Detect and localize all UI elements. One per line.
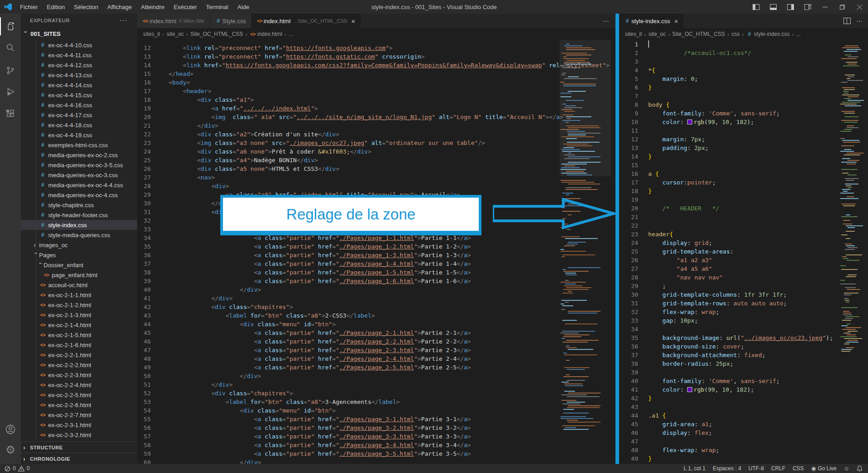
editor-actions-left[interactable]: ··· [603,14,609,28]
code-line[interactable]: 44.a1 { [619,411,868,420]
file-item-ex-oc-4-4-18.css[interactable]: #ex-oc-4-4-18.css [21,120,137,130]
breadcrumb-segment[interactable]: sites_it [143,31,160,37]
file-item-ex-oc-4-4-16.css[interactable]: #ex-oc-4-4-16.css [21,100,137,110]
file-item-ex-oc-2-2-4.html[interactable]: <>ex-oc-2-2-4.html [21,380,137,390]
code-line[interactable]: 21 [619,213,868,221]
file-item-ex-oc-2-2-6.html[interactable]: <>ex-oc-2-2-6.html [21,400,137,410]
problems-status[interactable]: 0 0 [0,465,30,472]
code-line[interactable]: 48 flex-wrap: wrap; [619,446,868,454]
minimize-button[interactable] [816,0,833,14]
code-line[interactable]: 12 margin: 7px; [619,135,868,144]
code-line[interactable]: 15 </head> [137,70,615,78]
code-editor-html[interactable]: 12 <link rel="preconnect" href="https://… [137,40,615,464]
code-line[interactable]: 6} [619,83,868,92]
breadcrumb-left[interactable]: sites_it›site_oc›Site_OC_HTML_CSS›<>inde… [137,28,615,40]
status-item-espaces-4[interactable]: Espaces : 4 [713,465,741,472]
code-line[interactable]: 28 "nav nav nav" [619,273,868,282]
breadcrumb-segment[interactable]: ... [289,31,293,37]
code-line[interactable]: 8body { [619,100,868,109]
restore-button[interactable] [833,0,851,14]
code-line[interactable]: 10 color: rgb(99, 10, 182); [619,118,868,126]
menu-edition[interactable]: Edition [43,2,69,12]
file-item-ex-oc-2-2-5.html[interactable]: <>ex-oc-2-2-5.html [21,390,137,400]
code-line[interactable]: 16a { [619,169,868,178]
code-line[interactable]: 42} [619,394,868,403]
code-line[interactable]: 39 [619,368,868,377]
file-item-ex-oc-4-4-11.css[interactable]: #ex-oc-4-4-11.css [21,50,137,60]
code-line[interactable]: 49} [619,454,868,463]
code-line[interactable]: 29 ; [619,282,868,290]
code-line[interactable]: 21 </div> [137,121,615,130]
feedback-icon[interactable]: ☺ [844,465,849,472]
file-item-ex-oc-2-2-2.html[interactable]: <>ex-oc-2-2-2.html [21,360,137,370]
status-item-utf-8[interactable]: UTF-8 [749,465,764,472]
code-line[interactable]: 51 </div> [137,380,615,389]
code-line[interactable]: 45 grid-area: a1; [619,420,868,428]
folder-item-images_oc[interactable]: ›images_oc [21,240,137,250]
code-line[interactable]: 43 <label for="btn" class="a8">2-CSS3</l… [137,311,615,320]
code-line[interactable]: 57 <a class="partie" href="./Pages/page_… [137,432,615,441]
editor-tab-index.html[interactable]: <>index.html...\Site_OC_HTML_CSS× [252,14,361,28]
notifications-bell-icon[interactable] [857,465,863,472]
file-item-ex-oc-2-3-1.html[interactable]: <>ex-oc-2-3-1.html [21,420,137,430]
breadcrumb-segment[interactable]: site_oc [167,31,184,37]
toggle-secondary-sidebar-icon[interactable] [782,0,799,14]
code-line[interactable]: 23header{ [619,230,868,239]
code-line[interactable]: 32 flex-wrap: wrap; [619,308,868,316]
code-line[interactable]: 24 <div class="a6 none">Prêt à coder &#x… [137,147,615,156]
code-line[interactable]: 13 padding: 2px; [619,144,868,152]
file-item-ex-oc-4-4-12.css[interactable]: #ex-oc-4-4-12.css [21,60,137,70]
explorer-actions-icon[interactable]: ··· [119,16,127,24]
source-control-icon[interactable] [0,61,21,80]
code-line[interactable]: 18 <div class="a1"> [137,95,615,104]
code-line[interactable]: 23 <img class="a3 none" src="./images_oc… [137,139,615,147]
code-line[interactable]: 58 <a class="partie" href="./Pages/page_… [137,441,615,449]
code-line[interactable]: 49 <a class="partie" href="./Pages/page_… [137,363,615,372]
file-item-style-header-footer.css[interactable]: #style-header-footer.css [21,210,137,220]
code-line[interactable]: 44 <div class="menu" id="btn"> [137,320,615,329]
color-swatch[interactable] [687,387,692,392]
code-line[interactable]: 5 margin: 0; [619,75,868,83]
code-line[interactable]: 14} [619,152,868,161]
breadcrumb-segment[interactable]: index.html [257,31,282,37]
code-line[interactable]: 47 [619,437,868,446]
code-line[interactable]: 36 background-size: cover; [619,342,868,351]
menu-fichier[interactable]: Fichier [16,2,42,12]
settings-gear-icon[interactable]: ⚙ [0,441,21,459]
file-item-ex-oc-4-4-13.css[interactable]: #ex-oc-4-4-13.css [21,70,137,80]
code-line[interactable]: 18} [619,187,868,195]
file-item-ex-oc-2-3-2.html[interactable]: <>ex-oc-2-3-2.html [21,430,137,440]
breadcrumb-segment[interactable]: css [731,31,739,37]
code-line[interactable]: 27 "a4 a5 a6" [619,264,868,273]
code-line[interactable]: 37 background-attachment: fixed; [619,351,868,359]
breadcrumb-segment[interactable]: Site_OC_HTML_CSS [672,31,725,37]
file-item-ex-oc-4-4-19.css[interactable]: #ex-oc-4-4-19.css [21,130,137,140]
status-item-crlf[interactable]: CRLF [771,465,785,472]
editor-tab-Style.css[interactable]: #Style.css [210,14,252,28]
editor-actions-right[interactable]: ··· [843,14,863,28]
code-line[interactable]: 30 grid-template-columns: 1fr 3fr 1fr; [619,290,868,299]
code-line[interactable]: 60 </div> [137,458,615,464]
code-line[interactable]: 38 border-radius: 25px; [619,359,868,368]
code-line[interactable]: 37 <a class="partie" href="./Pages/page_… [137,259,615,268]
code-line[interactable]: 43 [619,403,868,411]
file-item-media-queries-ex-oc-4.css[interactable]: #media-queries-ex-oc-4.css [21,190,137,200]
code-line[interactable]: 20 /* HEADER */ [619,204,868,213]
file-item-media-queries-ex-oc-2.css[interactable]: #media-queries-ex-oc-2.css [21,150,137,160]
file-item-ex-oc-2-2-3.html[interactable]: <>ex-oc-2-2-3.html [21,370,137,380]
editor-tab-index.html[interactable]: <>index.htmlF:\Mon Site [137,14,210,28]
code-line[interactable]: 56 <a class="partie" href="./Pages/page_… [137,423,615,432]
code-line[interactable]: 35 <a class="partie" href="./Pages/page_… [137,242,615,251]
code-line[interactable]: 33 gap: 10px; [619,316,868,325]
file-item-ex-oc-4-4-15.css[interactable]: #ex-oc-4-4-15.css [21,90,137,100]
code-line[interactable]: 7 [619,92,868,100]
file-item-ex-oc-2-1-1.html[interactable]: <>ex-oc-2-1-1.html [21,290,137,300]
file-item-ex-oc-2-1-4.html[interactable]: <>ex-oc-2-1-4.html [21,320,137,330]
code-editor-css[interactable]: 12 /*acceuil-oc1.css*/34*{5 margin: 0;6}… [619,40,868,464]
file-item-style-media-queries.css[interactable]: #style-media-queries.css [21,230,137,240]
editor-tab-style-index.css[interactable]: #style-index.css× [619,14,684,28]
code-line[interactable]: 25 <div class="a4">Nadège BONIN</div> [137,156,615,164]
code-line[interactable]: 41 </div> [137,294,615,303]
file-item-ex-oc-2-1-6.html[interactable]: <>ex-oc-2-1-6.html [21,340,137,350]
toggle-panel-icon[interactable] [764,0,782,14]
